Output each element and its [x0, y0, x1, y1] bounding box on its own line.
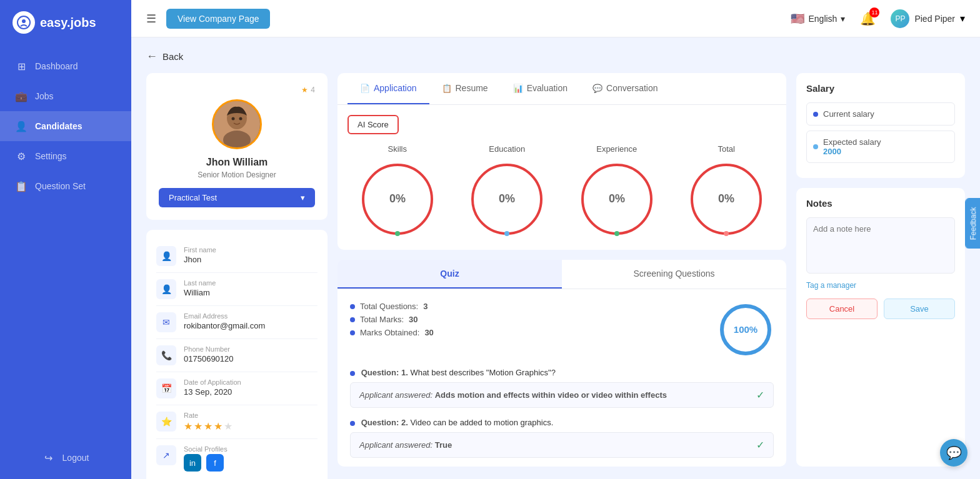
lastname-label: Last name	[184, 279, 318, 287]
candidate-card: ★ 4	[146, 73, 328, 220]
info-firstname: 👤 First name Jhon	[156, 240, 318, 273]
view-company-button[interactable]: View Company Page	[166, 9, 270, 29]
star5-icon: ★	[224, 420, 232, 432]
cancel-button[interactable]: Cancel	[806, 299, 878, 319]
notes-actions: Cancel Save	[806, 299, 955, 319]
email-label: Email Address	[184, 312, 318, 320]
sidebar-item-question-set[interactable]: 📋 Question Set	[0, 171, 131, 201]
star-count: 4	[311, 86, 315, 94]
application-tab-icon: 📄	[360, 84, 370, 93]
doa-label: Date of Application	[184, 378, 318, 386]
user-menu[interactable]: PP Pied Piper ▾	[891, 9, 965, 28]
sidebar-item-jobs[interactable]: 💼 Jobs	[0, 81, 131, 111]
logout-button[interactable]: ↪ Logout	[28, 443, 104, 473]
main-area: ☰ View Company Page 🇺🇸 English ▾ 🔔 11 PP…	[131, 0, 980, 479]
sidebar-item-label: Settings	[35, 151, 67, 161]
star-icon: ★	[301, 86, 308, 94]
svg-point-11	[504, 231, 509, 236]
person2-icon: 👤	[156, 279, 176, 299]
svg-text:0%: 0%	[499, 192, 515, 205]
email-icon: ✉	[156, 312, 176, 332]
sidebar-item-label: Jobs	[35, 91, 54, 101]
stage-button[interactable]: Practical Test ▾	[159, 188, 315, 207]
sidebar-item-dashboard[interactable]: ⊞ Dashboard	[0, 51, 131, 81]
svg-point-8	[395, 231, 400, 236]
total-label: Total	[718, 144, 735, 154]
ai-score-button[interactable]: AI Score	[348, 115, 399, 134]
user-name: Pied Piper	[914, 14, 955, 24]
svg-point-5	[232, 117, 235, 121]
avatar-face	[212, 99, 262, 149]
quiz-tab[interactable]: Quiz	[338, 260, 562, 289]
tab-evaluation[interactable]: 📊 Evaluation	[501, 73, 580, 104]
avatar: PP	[891, 9, 909, 28]
lastname-value: William	[184, 288, 318, 297]
firstname-value: Jhon	[184, 255, 318, 264]
quiz-content: Total Questions: 3 Total Marks: 30	[338, 289, 786, 467]
candidate-title: Senior Motion Designer	[198, 170, 276, 179]
info-lastname: 👤 Last name William	[156, 273, 318, 306]
language-label: English	[808, 14, 837, 24]
stage-chevron-icon: ▾	[301, 193, 305, 202]
feedback-tab[interactable]: Feedback	[966, 199, 980, 249]
sidebar-item-label: Candidates	[35, 121, 82, 131]
ai-score-section: AI Score Skills 0%	[338, 105, 786, 250]
logout-label: Logout	[62, 453, 89, 463]
facebook-icon[interactable]: f	[206, 454, 224, 472]
feedback-label: Feedback	[969, 207, 978, 240]
phone-label: Phone Number	[184, 345, 318, 353]
tabs-bar: 📄 Application 📋 Resume 📊 Evaluation	[338, 73, 786, 105]
tabs-card: 📄 Application 📋 Resume 📊 Evaluation	[338, 73, 786, 250]
quiz-tab-bar: Quiz Screening Questions	[338, 260, 786, 289]
evaluation-tab-icon: 📊	[513, 84, 523, 93]
sidebar-logo: easy.jobs	[0, 0, 131, 45]
linkedin-icon[interactable]: in	[184, 454, 201, 472]
menu-icon[interactable]: ☰	[146, 12, 156, 26]
left-panel: ★ 4	[146, 73, 328, 467]
tab-conversation-label: Conversation	[606, 83, 658, 93]
chat-bubble-button[interactable]: 💬	[940, 439, 968, 467]
q1-check-icon: ✓	[756, 389, 764, 401]
svg-point-1	[22, 19, 26, 23]
tag-manager-link[interactable]: Tag a manager	[806, 281, 955, 290]
language-selector[interactable]: 🇺🇸 English ▾	[791, 12, 845, 26]
logo-icon	[12, 11, 35, 34]
marks-obtained-stat: Marks Obtained: 30	[350, 328, 705, 337]
q2-dot	[350, 421, 355, 426]
education-circle-svg: 0%	[466, 159, 548, 240]
candidates-icon: 👤	[15, 120, 28, 132]
star2-icon: ★	[194, 420, 202, 432]
skills-value: 0%	[389, 192, 406, 205]
sidebar-item-candidates[interactable]: 👤 Candidates	[0, 111, 131, 141]
sidebar-item-label: Dashboard	[35, 61, 78, 71]
rate-stars: ★ ★ ★ ★ ★	[184, 420, 318, 432]
dot-icon	[350, 304, 355, 309]
screening-tab[interactable]: Screening Questions	[562, 260, 786, 289]
total-marks-value: 30	[409, 315, 418, 324]
expected-salary-value: 2000	[823, 147, 881, 156]
dot2-icon	[350, 317, 355, 322]
social-label: Social Profiles	[184, 445, 318, 453]
sidebar-navigation: ⊞ Dashboard 💼 Jobs 👤 Candidates ⚙ Settin…	[0, 45, 131, 443]
notification-bell[interactable]: 🔔 11	[860, 11, 876, 26]
info-phone: 📞 Phone Number 01750690120	[156, 339, 318, 372]
skills-label: Skills	[388, 144, 407, 154]
q2-answer-prefix: Applicant answered: True	[359, 440, 452, 450]
notes-title: Notes	[806, 198, 955, 209]
tab-resume[interactable]: 📋 Resume	[429, 73, 501, 104]
notes-input[interactable]	[806, 217, 955, 274]
settings-icon: ⚙	[15, 150, 28, 162]
phone-icon: 📞	[156, 345, 176, 365]
tab-application[interactable]: 📄 Application	[348, 73, 429, 104]
current-salary-label: Current salary	[823, 109, 874, 119]
rate-icon: ⭐	[156, 412, 176, 432]
sidebar-logo-text: easy.jobs	[40, 16, 96, 30]
total-questions-value: 3	[423, 302, 428, 311]
star1-icon: ★	[184, 420, 192, 432]
tab-conversation[interactable]: 💬 Conversation	[580, 73, 671, 104]
back-button[interactable]: ← Back	[146, 50, 965, 63]
svg-point-17	[724, 231, 729, 236]
save-button[interactable]: Save	[884, 299, 955, 319]
education-label: Education	[489, 144, 525, 154]
sidebar-item-settings[interactable]: ⚙ Settings	[0, 141, 131, 171]
